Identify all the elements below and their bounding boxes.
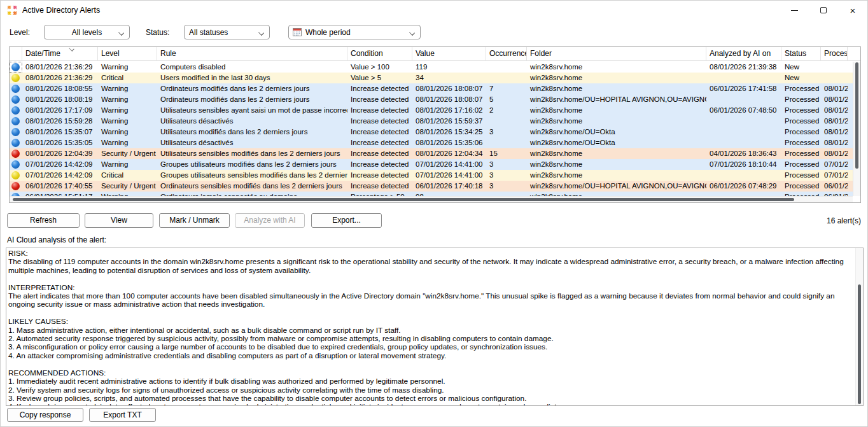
cell-occurrence[interactable]: 7 bbox=[486, 83, 527, 94]
cell-analyzed[interactable]: 06/01/2026 07:48:29 bbox=[706, 181, 781, 192]
close-button[interactable]: × bbox=[838, 1, 867, 20]
cell-icon[interactable] bbox=[10, 148, 22, 159]
cell-level[interactable]: Warning bbox=[98, 192, 157, 196]
cell-folder[interactable]: win2k8srv.home bbox=[527, 83, 706, 94]
cell-analyzed[interactable] bbox=[706, 127, 781, 137]
cell-process[interactable]: 06/01/2 bbox=[821, 192, 848, 196]
cell-rule[interactable]: Ordinateurs jamais connectés au domaine bbox=[157, 192, 347, 196]
cell-value[interactable]: 08/01/2026 12:04:34 bbox=[412, 148, 486, 159]
cell-rule[interactable]: Utilisateurs désactivés bbox=[157, 137, 347, 148]
col-rule[interactable]: Rule bbox=[157, 47, 347, 61]
cell-rule[interactable]: Ordinateurs modifiés dans les 2 derniers… bbox=[157, 94, 347, 105]
cell-value[interactable]: 08/01/2026 17:16:02 bbox=[412, 105, 486, 116]
cell-analyzed[interactable]: 06/01/2026 07:48:50 bbox=[706, 105, 781, 116]
cell-level[interactable]: Critical bbox=[98, 73, 157, 83]
cell-condition[interactable]: Increase detected bbox=[347, 159, 412, 170]
cell-icon[interactable] bbox=[10, 170, 22, 181]
cell-value[interactable]: 07/01/2026 14:41:00 bbox=[412, 159, 486, 170]
col-folder[interactable]: Folder bbox=[527, 47, 706, 61]
cell-process[interactable] bbox=[821, 73, 848, 83]
table-row[interactable]: 08/01/2026 15:59:28WarningUtilisateurs d… bbox=[10, 116, 853, 127]
cell-process[interactable]: 06/01/2 bbox=[821, 181, 848, 192]
cell-occurrence[interactable] bbox=[486, 192, 527, 196]
table-row[interactable]: 07/01/2026 14:42:09WarningGroupes utilis… bbox=[10, 159, 853, 170]
cell-value[interactable]: 07/01/2026 14:41:00 bbox=[412, 170, 486, 181]
table-row[interactable]: 07/01/2026 14:42:09CriticalGroupes utili… bbox=[10, 170, 853, 181]
cell-value[interactable]: 119 bbox=[412, 62, 486, 73]
cell-icon[interactable] bbox=[10, 137, 22, 148]
cell-occurrence[interactable] bbox=[486, 73, 527, 83]
cell-datetime[interactable]: 06/01/2026 15:51:17 bbox=[22, 192, 98, 196]
cell-occurrence[interactable]: 3 bbox=[486, 170, 527, 181]
cell-occurrence[interactable]: 5 bbox=[486, 94, 527, 105]
cell-folder[interactable]: win2k8srv.home bbox=[527, 116, 706, 127]
cell-rule[interactable]: Computers disabled bbox=[157, 62, 347, 73]
cell-icon[interactable] bbox=[10, 94, 22, 105]
cell-process[interactable]: 08/01/2 bbox=[821, 137, 848, 148]
table-row[interactable]: 08/01/2026 21:36:29CriticalUsers modifie… bbox=[10, 73, 853, 83]
cell-rule[interactable]: Groupes utilisateurs sensibles modifiés … bbox=[157, 170, 347, 181]
table-row[interactable]: 08/01/2026 15:35:07WarningUtilisateurs m… bbox=[10, 127, 853, 137]
col-status[interactable]: Status bbox=[781, 47, 821, 61]
cell-folder[interactable]: win2k8srv.home bbox=[527, 159, 706, 170]
cell-condition[interactable]: Increase detected bbox=[347, 83, 412, 94]
cell-rule[interactable]: Utilisateurs sensibles modifiés dans les… bbox=[157, 148, 347, 159]
cell-analyzed[interactable] bbox=[706, 94, 781, 105]
cell-datetime[interactable]: 07/01/2026 14:42:09 bbox=[22, 170, 98, 181]
table-row[interactable]: 08/01/2026 18:08:19WarningOrdinateurs mo… bbox=[10, 94, 853, 105]
period-select[interactable]: Whole period bbox=[288, 25, 421, 39]
cell-datetime[interactable]: 08/01/2026 15:59:28 bbox=[22, 116, 98, 127]
cell-folder[interactable]: win2k8srv.home bbox=[527, 148, 706, 159]
cell-level[interactable]: Security / Urgent bbox=[98, 181, 157, 192]
cell-process[interactable]: 07/01/2 bbox=[821, 170, 848, 181]
cell-icon[interactable] bbox=[10, 62, 22, 73]
table-row[interactable]: 08/01/2026 17:17:09WarningUtilisateurs s… bbox=[10, 105, 853, 116]
analysis-vertical-scrollbar[interactable] bbox=[855, 248, 863, 405]
col-icon[interactable] bbox=[10, 47, 22, 61]
analysis-vertical-scrollbar-thumb[interactable] bbox=[858, 284, 861, 404]
cell-analyzed[interactable] bbox=[706, 170, 781, 181]
col-condition[interactable]: Condition bbox=[347, 47, 412, 61]
status-select[interactable]: All statuses bbox=[184, 25, 270, 39]
cell-rule[interactable]: Utilisateurs sensibles ayant saisi un mo… bbox=[157, 105, 347, 116]
cell-process[interactable]: 08/01/2 bbox=[821, 127, 848, 137]
cell-icon[interactable] bbox=[10, 127, 22, 137]
cell-rule[interactable]: Ordinateurs sensibles modifiés dans les … bbox=[157, 181, 347, 192]
table-horizontal-scrollbar[interactable] bbox=[10, 196, 853, 202]
cell-condition[interactable]: Increase detected bbox=[347, 170, 412, 181]
cell-status[interactable]: Processed bbox=[781, 192, 821, 196]
cell-occurrence[interactable]: 3 bbox=[486, 159, 527, 170]
copy-response-button[interactable]: Copy response bbox=[7, 408, 83, 422]
minimize-button[interactable] bbox=[780, 1, 809, 20]
col-analyzed[interactable]: Analyzed by AI on bbox=[706, 47, 781, 61]
cell-value[interactable]: 08/01/2026 15:59:37 bbox=[412, 116, 486, 127]
col-value[interactable]: Value bbox=[412, 47, 486, 61]
cell-rule[interactable]: Ordinateurs modifiés dans les 2 derniers… bbox=[157, 83, 347, 94]
cell-analyzed[interactable] bbox=[706, 116, 781, 127]
cell-icon[interactable] bbox=[10, 83, 22, 94]
mark-unmark-button[interactable]: Mark / Unmark bbox=[159, 213, 230, 228]
cell-rule[interactable]: Utilisateurs modifiés dans les 2 dernier… bbox=[157, 127, 347, 137]
cell-folder[interactable]: win2k8srv.home/OU=Okta bbox=[527, 127, 706, 137]
table-row[interactable]: 08/01/2026 18:08:55WarningOrdinateurs mo… bbox=[10, 83, 853, 94]
table-row[interactable]: 08/01/2026 12:04:39Security / UrgentUtil… bbox=[10, 148, 853, 159]
cell-analyzed[interactable] bbox=[706, 73, 781, 83]
cell-rule[interactable]: Users modified in the last 30 days bbox=[157, 73, 347, 83]
cell-folder[interactable]: win2k8srv.home bbox=[527, 170, 706, 181]
cell-level[interactable]: Security / Urgent bbox=[98, 148, 157, 159]
maximize-button[interactable] bbox=[809, 1, 838, 20]
cell-datetime[interactable]: 07/01/2026 14:42:09 bbox=[22, 159, 98, 170]
cell-status[interactable]: Processed bbox=[781, 137, 821, 148]
cell-status[interactable]: Processed bbox=[781, 94, 821, 105]
cell-occurrence[interactable]: 3 bbox=[486, 127, 527, 137]
cell-condition[interactable]: Increase detected bbox=[347, 148, 412, 159]
cell-folder[interactable]: win2k8srv.home/OU=HOPITAL AVIGNON,OU=AVI… bbox=[527, 94, 706, 105]
refresh-button[interactable]: Refresh bbox=[7, 213, 80, 228]
cell-status[interactable]: Processed bbox=[781, 116, 821, 127]
cell-folder[interactable]: win2k8srv.home bbox=[527, 62, 706, 73]
col-process[interactable]: Process bbox=[821, 47, 848, 61]
view-button[interactable]: View bbox=[85, 213, 153, 228]
table-row[interactable]: 08/01/2026 21:36:29WarningComputers disa… bbox=[10, 62, 853, 73]
cell-value[interactable]: 08/01/2026 18:08:07 bbox=[412, 83, 486, 94]
cell-icon[interactable] bbox=[10, 116, 22, 127]
